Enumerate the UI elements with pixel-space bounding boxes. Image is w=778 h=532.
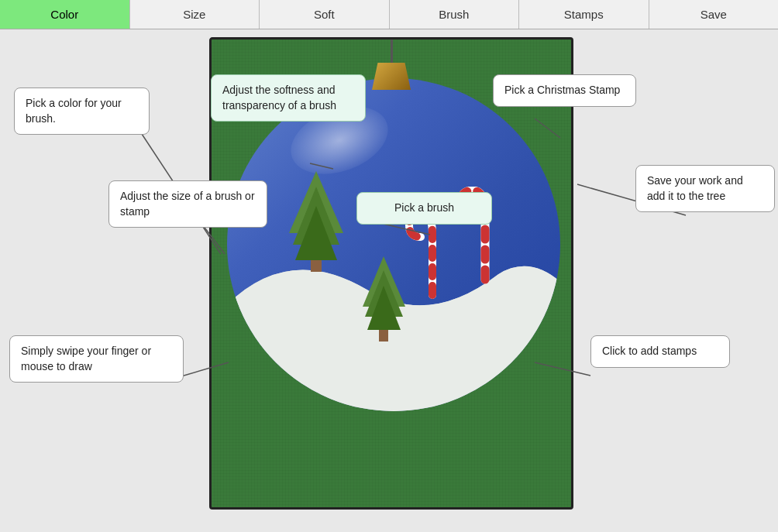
hook-wire [391,39,393,63]
tab-save[interactable]: Save [649,0,779,29]
tooltip-soft: Adjust the softness and transparency of … [211,74,366,122]
tab-soft[interactable]: Soft [260,0,390,29]
tooltip-save: Save your work and add it to the tree [635,165,775,212]
toolbar: Color Size Soft Brush Stamps Save [0,0,778,29]
tab-brush[interactable]: Brush [390,0,520,29]
hook-cup [372,63,411,90]
tooltip-click-stamps: Click to add stamps [590,335,730,368]
tooltip-draw: Simply swipe your finger or mouse to dra… [9,335,184,383]
tree-center [363,256,405,342]
svg-rect-11 [311,260,322,272]
tooltip-size: Adjust the size of a brush or stamp [108,180,267,228]
tab-stamps[interactable]: Stamps [519,0,649,29]
main-area: Pick a color for your brush. Adjust the … [0,29,778,532]
ornament-hook [372,39,411,90]
ornament-circle[interactable] [227,78,560,411]
tab-color[interactable]: Color [0,0,130,29]
tooltip-color: Pick a color for your brush. [14,88,150,135]
tooltip-stamps-title: Pick a Christmas Stamp [493,74,636,107]
tree-left [289,171,343,272]
svg-rect-15 [379,330,388,342]
tooltip-brush: Pick a brush [356,192,492,225]
tab-size[interactable]: Size [130,0,260,29]
